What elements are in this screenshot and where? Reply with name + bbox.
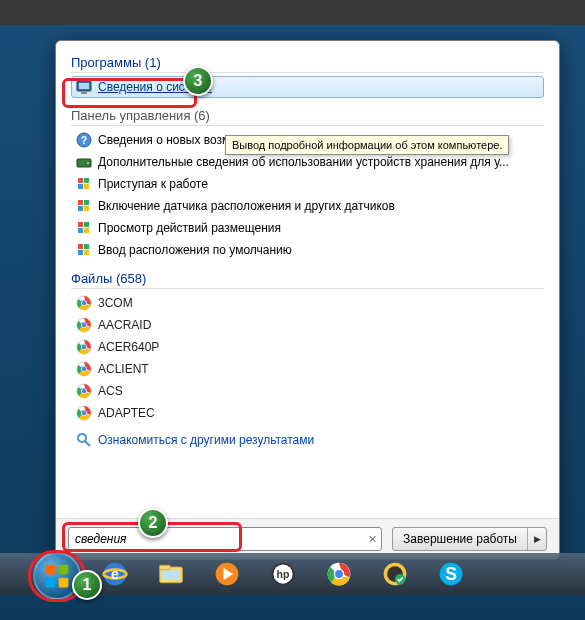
result-file-item[interactable]: ACS (71, 380, 544, 402)
result-label: Приступая к работе (98, 177, 208, 191)
section-control-panel-header: Панель управления (6) (71, 104, 544, 126)
section-programs-header: Программы (1) (71, 51, 544, 73)
result-label: Ввод расположения по умолчанию (98, 243, 292, 257)
chrome-icon (76, 317, 92, 333)
svg-rect-50 (59, 565, 69, 575)
result-file-item[interactable]: AACRAID (71, 314, 544, 336)
flag-icon (76, 242, 92, 258)
svg-point-65 (335, 570, 343, 578)
chrome-icon (76, 339, 92, 355)
svg-line-48 (85, 441, 90, 446)
taskbar-app[interactable] (368, 555, 422, 593)
result-cp-item[interactable]: Просмотр действий размещения (71, 217, 544, 239)
taskbar: e hp S (0, 553, 585, 595)
svg-text:?: ? (81, 135, 87, 146)
result-cp-item[interactable]: Приступая к работе (71, 173, 544, 195)
svg-rect-13 (78, 206, 83, 211)
svg-rect-22 (84, 250, 89, 255)
svg-rect-18 (84, 228, 89, 233)
start-menu: Программы (1) Сведения о системе Панель … (55, 40, 560, 560)
result-label: ACER640P (98, 340, 159, 354)
result-label: ACLIENT (98, 362, 149, 376)
flag-icon (76, 220, 92, 236)
svg-text:hp: hp (277, 568, 290, 580)
flag-icon (76, 198, 92, 214)
taskbar-explorer[interactable] (144, 555, 198, 593)
svg-rect-58 (162, 571, 180, 581)
result-label: ACS (98, 384, 123, 398)
taskbar-hp[interactable]: hp (256, 555, 310, 593)
result-file-item[interactable]: 3COM (71, 292, 544, 314)
svg-rect-7 (78, 178, 83, 183)
shutdown-label: Завершение работы (393, 528, 528, 550)
search-input[interactable] (69, 532, 363, 546)
svg-rect-49 (46, 565, 56, 575)
svg-rect-11 (78, 200, 83, 205)
chrome-icon (76, 361, 92, 377)
search-box[interactable]: ✕ (68, 527, 382, 551)
shutdown-arrow-icon[interactable]: ▶ (528, 534, 546, 544)
svg-point-46 (82, 411, 86, 415)
svg-rect-9 (78, 184, 83, 189)
taskbar-chrome[interactable] (312, 555, 366, 593)
taskbar-wmp[interactable] (200, 555, 254, 593)
chrome-icon (76, 295, 92, 311)
svg-point-38 (82, 367, 86, 371)
system-info-icon (76, 79, 92, 95)
result-cp-item[interactable]: Включение датчика расположения и других … (71, 195, 544, 217)
search-icon (76, 432, 92, 448)
svg-rect-17 (78, 228, 83, 233)
svg-rect-12 (84, 200, 89, 205)
chrome-icon (76, 405, 92, 421)
tooltip: Вывод подробной информации об этом компь… (225, 135, 509, 155)
svg-rect-51 (46, 578, 56, 588)
clear-search-icon[interactable]: ✕ (363, 533, 381, 546)
svg-rect-21 (78, 250, 83, 255)
svg-point-47 (78, 434, 86, 442)
taskbar-ie[interactable]: e (88, 555, 142, 593)
taskbar-skype[interactable]: S (424, 555, 478, 593)
svg-rect-15 (78, 222, 83, 227)
svg-point-6 (87, 162, 89, 164)
svg-rect-8 (84, 178, 89, 183)
result-system-info[interactable]: Сведения о системе (71, 76, 544, 98)
result-file-item[interactable]: ACLIENT (71, 358, 544, 380)
svg-rect-57 (160, 565, 171, 569)
more-results-label: Ознакомиться с другими результатами (98, 433, 314, 447)
svg-rect-14 (84, 206, 89, 211)
svg-rect-20 (84, 244, 89, 249)
drive-icon (76, 154, 92, 170)
result-label: ADAPTEC (98, 406, 155, 420)
chrome-icon (76, 383, 92, 399)
svg-rect-2 (81, 92, 87, 94)
svg-point-42 (82, 389, 86, 393)
svg-point-30 (82, 323, 86, 327)
svg-rect-19 (78, 244, 83, 249)
more-results-link[interactable]: Ознакомиться с другими результатами (71, 424, 544, 456)
result-label: Сведения о системе (98, 80, 212, 94)
svg-point-26 (82, 301, 86, 305)
shutdown-button[interactable]: Завершение работы ▶ (392, 527, 547, 551)
svg-rect-10 (84, 184, 89, 189)
svg-rect-16 (84, 222, 89, 227)
svg-text:e: e (111, 566, 119, 582)
result-label: Дополнительные сведения об использовании… (98, 155, 509, 169)
result-label: Включение датчика расположения и других … (98, 199, 395, 213)
help-icon: ? (76, 132, 92, 148)
svg-text:S: S (445, 564, 457, 584)
result-file-item[interactable]: ADAPTEC (71, 402, 544, 424)
section-files-header: Файлы (658) (71, 267, 544, 289)
svg-point-34 (82, 345, 86, 349)
start-button[interactable] (33, 552, 81, 600)
svg-rect-52 (59, 578, 69, 588)
result-cp-item[interactable]: Ввод расположения по умолчанию (71, 239, 544, 261)
result-label: AACRAID (98, 318, 151, 332)
result-file-item[interactable]: ACER640P (71, 336, 544, 358)
result-label: Просмотр действий размещения (98, 221, 281, 235)
flag-icon (76, 176, 92, 192)
svg-rect-1 (79, 83, 89, 89)
result-label: 3COM (98, 296, 133, 310)
